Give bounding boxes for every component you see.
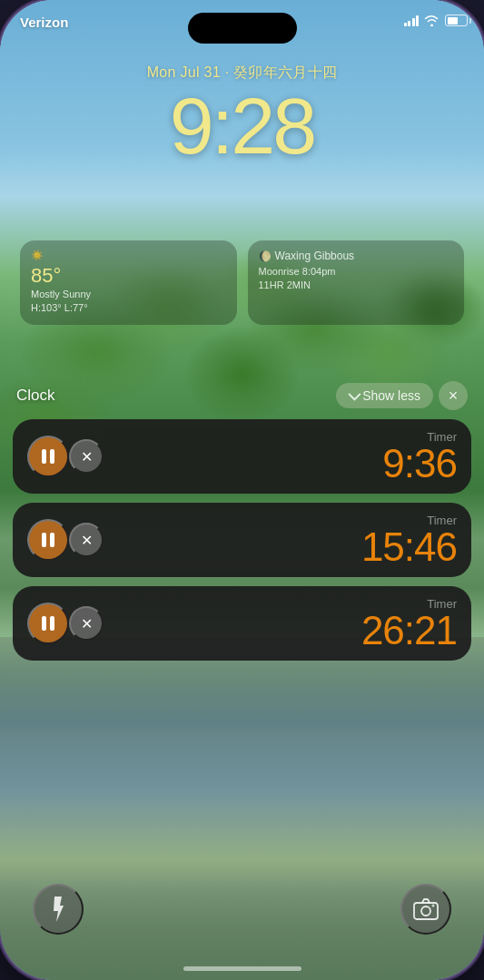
pause-icon-3: [40, 615, 56, 632]
pause-button-1[interactable]: [27, 436, 69, 477]
carrier-label: Verizon: [20, 15, 68, 30]
battery-icon: [445, 15, 468, 26]
weather-low: L:77°: [64, 302, 88, 313]
time-display: 9:28: [0, 86, 484, 166]
signal-bars-icon: [404, 15, 420, 26]
pause-icon-1: [40, 448, 56, 465]
timer-time-block-2: Timer 15:46: [361, 514, 457, 567]
timer-card-2: ✕ Timer 15:46: [13, 503, 471, 577]
wifi-icon: [424, 15, 440, 26]
clock-section: Clock Show less ×: [13, 381, 471, 670]
chevron-down-icon: [349, 388, 361, 401]
cancel-button-2[interactable]: ✕: [69, 523, 104, 557]
weather-temperature: 85°: [31, 264, 226, 288]
pause-bar-left-1: [42, 449, 46, 464]
weather-condition-text: Mostly Sunny: [31, 289, 91, 299]
moon-title: 🌔 Waxing Gibbous: [259, 250, 454, 262]
show-less-button[interactable]: Show less: [336, 383, 433, 408]
pause-icon-2: [40, 532, 56, 548]
camera-icon: [413, 898, 439, 920]
pause-button-2[interactable]: [27, 519, 69, 561]
timer-card-3: ✕ Timer 26:21: [13, 586, 471, 661]
signal-bar-4: [416, 15, 419, 26]
signal-bar-1: [404, 23, 407, 26]
svg-point-1: [421, 906, 430, 916]
moon-widget: 🌔 Waxing Gibbous Moonrise 8:04pm 11HR 2M…: [248, 240, 465, 325]
timer-row-3: ✕ Timer 26:21: [27, 597, 457, 651]
cancel-button-1[interactable]: ✕: [69, 439, 104, 474]
svg-point-2: [432, 905, 435, 907]
pause-button-3[interactable]: [27, 603, 69, 644]
pause-bar-right-3: [50, 616, 54, 631]
status-right: [404, 15, 469, 26]
moon-icon: 🌔: [259, 250, 272, 262]
cancel-button-3[interactable]: ✕: [69, 606, 104, 641]
moon-phase-label: Waxing Gibbous: [275, 250, 355, 262]
clock-header: Clock Show less ×: [13, 381, 471, 410]
sun-icon: ☀️: [31, 250, 44, 261]
moon-time-remaining: 11HR 2MIN: [259, 279, 311, 290]
date-display: Mon Jul 31 · 癸卯年六月十四: [0, 64, 484, 83]
timer-row-2: ✕ Timer 15:46: [27, 514, 457, 567]
timer-row-1: ✕ Timer 9:36: [27, 430, 457, 484]
clock-label: Clock: [16, 387, 55, 405]
flashlight-icon: [48, 897, 68, 922]
camera-button[interactable]: [400, 884, 451, 935]
widgets-row: ☀️ 85° Mostly Sunny H:103° L:77° 🌔 Waxin…: [20, 240, 464, 325]
close-icon: ×: [449, 387, 459, 404]
flashlight-button[interactable]: [33, 884, 84, 935]
moon-moonrise: Moonrise 8:04pm: [259, 266, 336, 277]
battery-fill: [448, 17, 458, 24]
clock-close-button[interactable]: ×: [439, 381, 468, 410]
pause-bar-left-2: [42, 533, 46, 547]
timer-time-block-1: Timer 9:36: [382, 430, 457, 484]
timer-display-3: 26:21: [361, 611, 457, 651]
pause-bar-left-3: [42, 616, 46, 631]
show-less-label: Show less: [362, 388, 420, 403]
cancel-icon-2: ✕: [81, 532, 93, 549]
timer-time-block-3: Timer 26:21: [361, 597, 457, 651]
pause-bar-right-1: [50, 449, 54, 464]
weather-condition: Mostly Sunny H:103° L:77°: [31, 288, 226, 316]
timer-display-1: 9:36: [382, 444, 457, 484]
timer-card-1: ✕ Timer 9:36: [13, 419, 471, 494]
dynamic-island: [188, 13, 297, 44]
weather-title: ☀️: [31, 250, 226, 261]
phone-frame: Verizon Mon Jul 31 · 癸: [0, 0, 484, 980]
cancel-icon-3: ✕: [81, 615, 93, 632]
signal-bar-2: [408, 21, 410, 26]
signal-bar-3: [412, 18, 415, 26]
home-indicator: [183, 966, 301, 971]
moon-details: Moonrise 8:04pm 11HR 2MIN: [259, 265, 454, 293]
bottom-controls: [0, 884, 484, 935]
clock-controls: Show less ×: [336, 381, 468, 410]
lock-screen-content: Mon Jul 31 · 癸卯年六月十四 9:28: [0, 64, 484, 166]
timer-display-2: 15:46: [361, 527, 457, 567]
pause-bar-right-2: [50, 533, 54, 547]
screen: Verizon Mon Jul 31 · 癸: [0, 0, 484, 980]
weather-high: H:103°: [31, 302, 62, 313]
cancel-icon-1: ✕: [81, 448, 93, 466]
weather-widget: ☀️ 85° Mostly Sunny H:103° L:77°: [20, 240, 237, 325]
